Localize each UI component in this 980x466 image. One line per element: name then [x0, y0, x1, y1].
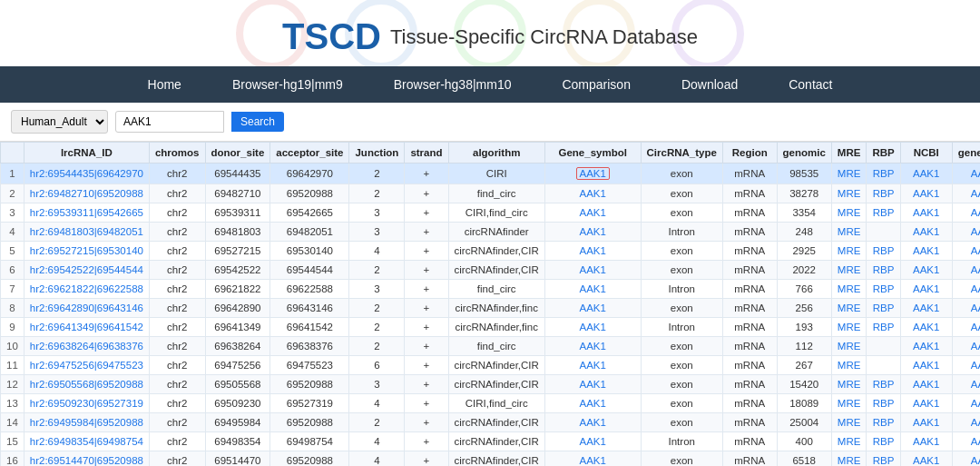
col-donor: donor_site: [205, 143, 270, 164]
col-mre: MRE: [831, 143, 867, 164]
nav-browser-hg38[interactable]: Browser-hg38|mm10: [368, 66, 537, 103]
col-strand: strand: [405, 143, 448, 164]
logo-text-group: TSCD Tissue-Specific CircRNA Database: [0, 16, 980, 57]
search-input[interactable]: [115, 111, 224, 133]
table-row: 13hr2:69509230|69527319chr26950923069527…: [1, 394, 981, 413]
col-rbp: RBP: [867, 143, 900, 164]
main-nav: Home Browser-hg19|mm9 Browser-hg38|mm10 …: [0, 66, 980, 103]
col-gene: Gene_symbol: [544, 143, 641, 164]
table-header-row: lrcRNA_ID chromos donor_site acceptor_si…: [1, 143, 981, 164]
toolbar: Human_Adult Human_Fetal Mouse_Adult Mous…: [0, 103, 980, 142]
table-row: 8hr2:69642890|69643146chr269642890696431…: [1, 299, 981, 318]
logo-short: TSCD: [282, 16, 381, 57]
logo-full: Tissue-Specific CircRNA Database: [390, 25, 698, 49]
col-acceptor: acceptor_site: [270, 143, 349, 164]
table-row: 9hr2:69641349|69641542chr269641349696415…: [1, 318, 981, 337]
col-lrcrnaid: lrcRNA_ID: [24, 143, 149, 164]
nav-comparison[interactable]: Comparison: [536, 66, 655, 103]
table-row: 2hr2:69482710|69520988chr269482710695209…: [1, 184, 981, 203]
table-row: 6hr2:69542522|69544544chr269542522695445…: [1, 261, 981, 280]
table-row: 3hr2:69539311|69542665chr269539311695426…: [1, 203, 981, 223]
col-region: Region: [722, 143, 777, 164]
col-genecards: genecards: [952, 143, 980, 164]
table-row: 16hr2:69514470|69520988chr26951447069520…: [1, 451, 981, 467]
nav-home[interactable]: Home: [122, 66, 207, 103]
nav-download[interactable]: Download: [656, 66, 763, 103]
table-row: 10hr2:69638264|69638376chr26963826469638…: [1, 337, 981, 356]
table-row: 15hr2:69498354|69498754chr26949835469498…: [1, 432, 981, 451]
data-table-container[interactable]: lrcRNA_ID chromos donor_site acceptor_si…: [0, 142, 980, 466]
col-ncbi: NCBI: [900, 143, 952, 164]
table-row: 11hr2:69475256|69475523chr26947525669475…: [1, 356, 981, 375]
nav-contact[interactable]: Contact: [763, 66, 858, 103]
col-genomic: genomic: [777, 143, 831, 164]
table-row: 12hr2:69505568|69520988chr26950556869520…: [1, 375, 981, 394]
table-row: 14hr2:69495984|69520988chr26949598469520…: [1, 413, 981, 432]
col-junction: Junction: [349, 143, 405, 164]
table-row: 1hr2:69544435|69642970chr269544435696429…: [1, 164, 981, 184]
col-num: [1, 143, 24, 164]
col-algo: algorithm: [448, 143, 544, 164]
search-button[interactable]: Search: [231, 112, 284, 132]
table-row: 5hr2:69527215|69530140chr269527215695301…: [1, 242, 981, 261]
nav-browser-hg19[interactable]: Browser-hg19|mm9: [207, 66, 368, 103]
data-table: lrcRNA_ID chromos donor_site acceptor_si…: [0, 142, 980, 466]
logo-area: TSCD Tissue-Specific CircRNA Database: [0, 0, 980, 66]
table-row: 4hr2:69481803|69482051chr269481803694820…: [1, 223, 981, 242]
table-row: 7hr2:69621822|69622588chr269621822696225…: [1, 280, 981, 299]
species-select[interactable]: Human_Adult Human_Fetal Mouse_Adult Mous…: [11, 110, 108, 134]
col-chromos: chromos: [149, 143, 205, 164]
col-type: CircRNA_type: [641, 143, 722, 164]
